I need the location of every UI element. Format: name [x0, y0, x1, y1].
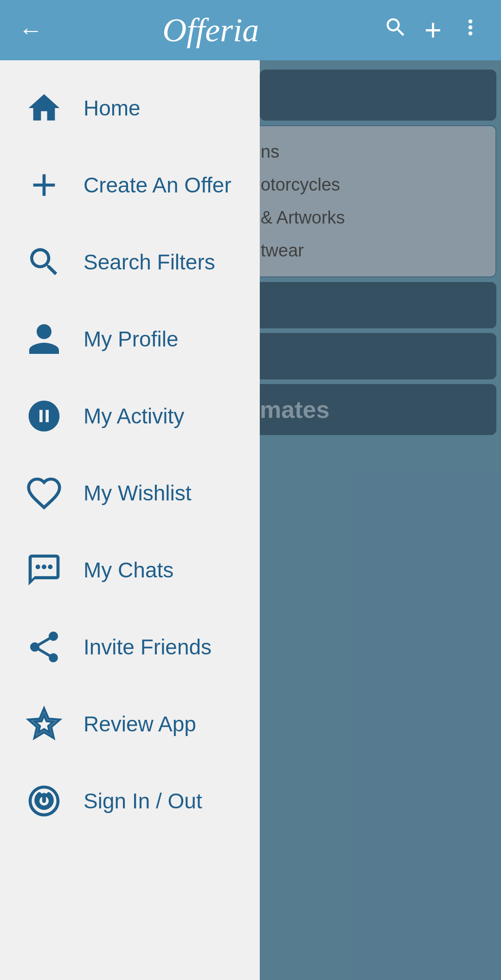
menu-item-my-activity[interactable]: My Activity: [0, 378, 260, 455]
my-chats-icon: [23, 549, 65, 591]
my-profile-label: My Profile: [84, 327, 178, 352]
review-app-label: Review App: [84, 711, 196, 737]
invite-friends-label: Invite Friends: [84, 634, 212, 660]
home-label: Home: [84, 96, 141, 121]
back-button[interactable]: ←: [19, 16, 43, 44]
invite-friends-icon: [23, 626, 65, 668]
menu-item-home[interactable]: Home: [0, 70, 260, 147]
search-icon[interactable]: [384, 15, 408, 45]
review-app-icon: [23, 703, 65, 745]
drawer-dim-overlay[interactable]: [260, 60, 501, 980]
navigation-drawer: Home Create An Offer Search Filters My P…: [0, 60, 260, 980]
menu-item-my-wishlist[interactable]: My Wishlist: [0, 455, 260, 532]
menu-item-invite-friends[interactable]: Invite Friends: [0, 608, 260, 685]
header-actions: +: [384, 13, 482, 47]
app-header: ← Offeria +: [0, 0, 501, 60]
create-offer-label: Create An Offer: [84, 173, 231, 198]
svg-point-1: [42, 564, 46, 569]
menu-item-create-offer[interactable]: Create An Offer: [0, 147, 260, 224]
my-profile-icon: [23, 318, 65, 360]
my-wishlist-label: My Wishlist: [84, 480, 192, 506]
my-chats-label: My Chats: [84, 557, 173, 583]
sign-in-out-icon: [23, 780, 65, 822]
my-activity-icon: [23, 395, 65, 437]
add-icon[interactable]: +: [424, 13, 442, 47]
menu-item-my-profile[interactable]: My Profile: [0, 301, 260, 378]
my-activity-label: My Activity: [84, 404, 184, 429]
search-filters-label: Search Filters: [84, 250, 215, 275]
home-icon: [23, 87, 65, 129]
menu-item-review-app[interactable]: Review App: [0, 685, 260, 762]
svg-point-0: [36, 564, 40, 569]
search-filters-icon: [23, 241, 65, 283]
sign-in-out-label: Sign In / Out: [84, 788, 202, 813]
menu-item-my-chats[interactable]: My Chats: [0, 532, 260, 608]
menu-item-sign-in-out[interactable]: Sign In / Out: [0, 762, 260, 839]
my-wishlist-icon: [23, 472, 65, 514]
svg-point-2: [48, 564, 52, 569]
menu-item-search-filters[interactable]: Search Filters: [0, 224, 260, 301]
app-title: Offeria: [52, 11, 370, 50]
create-offer-icon: [23, 164, 65, 206]
more-options-icon[interactable]: [458, 15, 482, 45]
